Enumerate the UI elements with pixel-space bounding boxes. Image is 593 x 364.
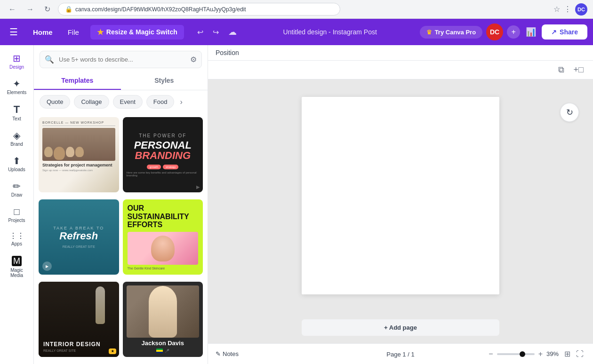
- sidebar-item-design[interactable]: ⊞ Design: [2, 49, 32, 74]
- brand-icon: ◈: [13, 131, 20, 140]
- canvas-bottom: ✎ Notes Page 1 / 1 − + 39% ⊞ ⛶: [208, 343, 593, 364]
- add-page-button[interactable]: + Add page: [302, 319, 499, 336]
- sidebar-label-projects: Projects: [8, 218, 25, 223]
- sidebar-item-brand[interactable]: ◈ Brand: [2, 126, 32, 151]
- redo-button[interactable]: ↪: [209, 26, 223, 39]
- analytics-button[interactable]: 📊: [524, 25, 538, 39]
- add-canvas-button[interactable]: +□: [572, 63, 585, 77]
- ai-refresh-button[interactable]: ↻: [560, 103, 579, 122]
- sidebar-label-uploads: Uploads: [8, 167, 25, 172]
- sidebar-item-uploads[interactable]: ⬆ Uploads: [2, 151, 32, 177]
- play-icon-card-3: ▶: [42, 261, 52, 271]
- filter-chips: Quote Collage Event Food ›: [34, 90, 208, 113]
- search-icon-button[interactable]: 🔍: [40, 51, 59, 68]
- zoom-thumb[interactable]: [520, 351, 525, 357]
- browser-avatar[interactable]: DC: [575, 3, 587, 16]
- zoom-slider[interactable]: [497, 353, 535, 355]
- url-text: canva.com/design/DAF9tWldKW0/hX92zoQ8Rag…: [75, 6, 333, 13]
- chip-quote[interactable]: Quote: [40, 95, 70, 109]
- sidebar-label-apps: Apps: [11, 241, 22, 246]
- bottom-right-controls: − + 39% ⊞ ⛶: [489, 348, 585, 360]
- template-card-2[interactable]: THE POWER OF PERSONALBRANDING growth str…: [123, 117, 203, 192]
- sidebar-item-elements[interactable]: ✦ Elements: [2, 74, 32, 100]
- card-1-header: Borcelle — New workshop: [42, 121, 115, 126]
- undo-button[interactable]: ↩: [193, 26, 207, 39]
- menu-button[interactable]: ☰: [6, 24, 22, 40]
- template-card-1[interactable]: Borcelle — New workshop: [39, 117, 119, 192]
- share-button[interactable]: ↗ Share: [542, 24, 587, 40]
- avatar[interactable]: DC: [486, 24, 503, 40]
- canvas-area: Position ⧉ +□ ↻ + Add page ✎ Notes Page …: [208, 45, 593, 364]
- chips-more-button[interactable]: ›: [178, 96, 184, 108]
- zoom-out-button[interactable]: −: [489, 350, 493, 358]
- card-1-title: Strategies for project management: [42, 163, 115, 168]
- search-input[interactable]: [59, 52, 185, 67]
- template-grid: Borcelle — New workshop: [34, 113, 208, 364]
- share-icon: ↗: [551, 28, 557, 36]
- browser-bar: ← → ↻ 🔒 canva.com/design/DAF9tWldKW0/hX9…: [0, 0, 593, 19]
- sidebar-label-design: Design: [9, 64, 24, 70]
- white-canvas[interactable]: [302, 97, 499, 294]
- template-card-4[interactable]: OURSUSTAINABILITYEFFORTS The Gentle Kind…: [123, 199, 203, 275]
- grid-view-button[interactable]: ⊞: [562, 348, 572, 360]
- zoom-in-button[interactable]: +: [538, 350, 543, 358]
- lock-icon: 🔒: [65, 6, 72, 13]
- template-card-3[interactable]: TAKE A BREAK TO Refresh REALLY GREAT SIT…: [39, 199, 119, 275]
- sidebar-label-text: Text: [12, 116, 21, 121]
- filter-button[interactable]: ⚙: [185, 51, 201, 68]
- crown-icon: ♛: [426, 29, 432, 36]
- file-button[interactable]: File: [64, 26, 83, 38]
- sidebar-item-magic-media[interactable]: M Magic Media: [2, 251, 32, 283]
- nav-refresh-button[interactable]: ↻: [41, 4, 53, 15]
- sidebar-label-elements: Elements: [7, 90, 27, 95]
- try-canva-pro-button[interactable]: ♛ Try Canva Pro: [420, 26, 482, 39]
- zoom-level-label: 39%: [546, 350, 559, 357]
- design-icon: ⊞: [13, 54, 21, 63]
- resize-magic-switch-button[interactable]: ★ Resize & Magic Switch: [90, 25, 184, 40]
- tab-styles[interactable]: Styles: [121, 72, 208, 90]
- topbar-left: ☰ Home File ★ Resize & Magic Switch ↩ ↪ …: [6, 24, 240, 40]
- sidebar-item-text[interactable]: T Text: [2, 100, 32, 126]
- template-panel: 🔍 ⚙ Templates Styles Quote Collage Event: [34, 45, 208, 364]
- position-label: Position: [208, 45, 593, 61]
- fullscreen-button[interactable]: ⛶: [574, 348, 585, 360]
- home-button[interactable]: Home: [29, 26, 56, 38]
- search-wrapper: 🔍 ⚙: [40, 51, 202, 68]
- view-buttons: ⊞ ⛶: [562, 348, 585, 360]
- duplicate-canvas-button[interactable]: ⧉: [556, 63, 566, 77]
- tab-templates[interactable]: Templates: [34, 72, 121, 90]
- document-title: Untitled design - Instagram Post: [283, 28, 377, 36]
- sidebar-label-magic-media: Magic Media: [6, 268, 28, 278]
- template-card-5[interactable]: Interior Design REALLY GREAT SITE ★: [39, 282, 119, 357]
- topbar: ☰ Home File ★ Resize & Magic Switch ↩ ↪ …: [0, 19, 593, 45]
- uploads-icon: ⬆: [13, 156, 21, 166]
- add-page-row: + Add page: [208, 312, 593, 343]
- bottom-left-controls: ✎ Notes: [216, 350, 239, 357]
- template-card-6[interactable]: Jackson Davis 🎤: [123, 282, 203, 357]
- apps-icon: ⋮⋮: [9, 232, 24, 240]
- browser-menu-button[interactable]: ⋮: [564, 5, 571, 14]
- card-1-photo: [42, 128, 115, 161]
- main-content: ⊞ Design ✦ Elements T Text ◈ Brand ⬆ Upl…: [0, 45, 593, 364]
- chip-collage[interactable]: Collage: [74, 95, 109, 109]
- nav-forward-button[interactable]: →: [24, 4, 37, 15]
- nav-back-button[interactable]: ←: [6, 4, 19, 15]
- sidebar: ⊞ Design ✦ Elements T Text ◈ Brand ⬆ Upl…: [0, 45, 34, 364]
- sidebar-label-draw: Draw: [11, 192, 22, 198]
- history-controls: ↩ ↪ ☁: [193, 25, 240, 39]
- add-account-button[interactable]: +: [507, 25, 520, 39]
- page-info: Page 1 / 1: [386, 351, 414, 358]
- url-bar[interactable]: 🔒 canva.com/design/DAF9tWldKW0/hX92zoQ8R…: [58, 3, 340, 16]
- sidebar-item-apps[interactable]: ⋮⋮ Apps: [2, 228, 32, 251]
- browser-actions: ☆ ⋮ DC: [553, 3, 587, 16]
- cloud-save-button[interactable]: ☁: [224, 25, 240, 39]
- chip-food[interactable]: Food: [146, 95, 175, 109]
- panel-search-area: 🔍 ⚙: [34, 45, 208, 72]
- sidebar-item-projects[interactable]: □ Projects: [2, 202, 32, 228]
- text-icon: T: [14, 104, 20, 115]
- bookmark-button[interactable]: ☆: [553, 5, 560, 14]
- chip-event[interactable]: Event: [113, 95, 143, 109]
- sidebar-item-draw[interactable]: ✏ Draw: [2, 177, 32, 202]
- notes-button[interactable]: ✎ Notes: [216, 350, 239, 357]
- notes-icon: ✎: [216, 350, 221, 357]
